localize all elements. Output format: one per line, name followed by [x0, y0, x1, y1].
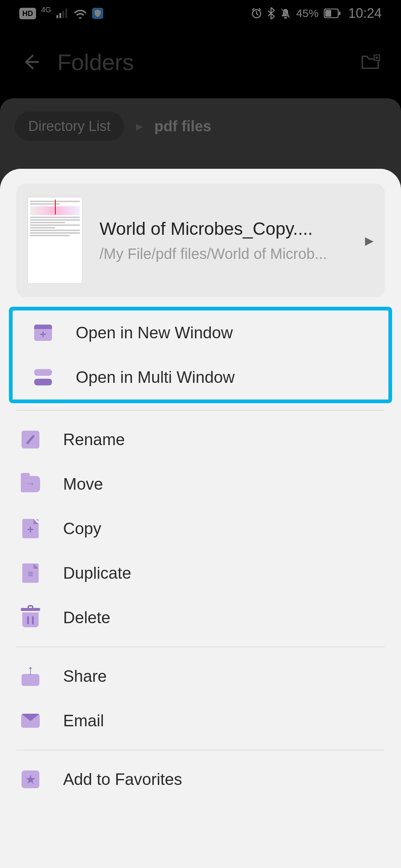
move-icon [21, 476, 40, 492]
share-icon [22, 667, 39, 686]
rename-icon [22, 431, 39, 448]
highlighted-options: Open in New Window Open in Multi Window [9, 307, 392, 403]
file-path: /My File/pdf files/World of Microb... [100, 246, 348, 262]
multi-window-icon [34, 369, 52, 385]
rename-label: Rename [63, 430, 125, 449]
divider [16, 750, 385, 750]
delete-icon [22, 608, 39, 627]
rename-item[interactable]: Rename [0, 417, 401, 462]
share-label: Share [63, 667, 107, 685]
new-window-icon [34, 325, 52, 341]
email-label: Email [63, 711, 104, 730]
add-to-favorites-item[interactable]: Add to Favorites [0, 757, 401, 802]
file-thumbnail [27, 197, 82, 284]
duplicate-icon [22, 563, 39, 583]
duplicate-label: Duplicate [63, 564, 131, 582]
divider [16, 410, 385, 411]
delete-label: Delete [63, 608, 110, 627]
duplicate-item[interactable]: Duplicate [0, 551, 401, 595]
open-multi-window-label: Open in Multi Window [76, 368, 235, 387]
share-item[interactable]: Share [0, 654, 401, 698]
copy-label: Copy [63, 519, 101, 538]
delete-item[interactable]: Delete [0, 595, 401, 640]
chevron-right-icon[interactable]: ▶ [365, 234, 374, 247]
email-icon [21, 714, 40, 728]
move-item[interactable]: Move [0, 462, 401, 506]
open-new-window-label: Open in New Window [76, 323, 233, 342]
favorite-icon [22, 770, 39, 788]
context-menu-sheet: World of Microbes_Copy.... /My File/pdf … [0, 169, 401, 868]
file-header-card[interactable]: World of Microbes_Copy.... /My File/pdf … [16, 184, 385, 297]
copy-item[interactable]: Copy [0, 506, 401, 551]
add-to-favorites-label: Add to Favorites [63, 770, 182, 789]
file-name: World of Microbes_Copy.... [100, 218, 348, 239]
divider [16, 647, 385, 647]
move-label: Move [63, 475, 103, 493]
copy-icon [22, 519, 39, 538]
open-new-window-item[interactable]: Open in New Window [13, 310, 388, 355]
open-multi-window-item[interactable]: Open in Multi Window [13, 355, 388, 400]
email-item[interactable]: Email [0, 698, 401, 743]
